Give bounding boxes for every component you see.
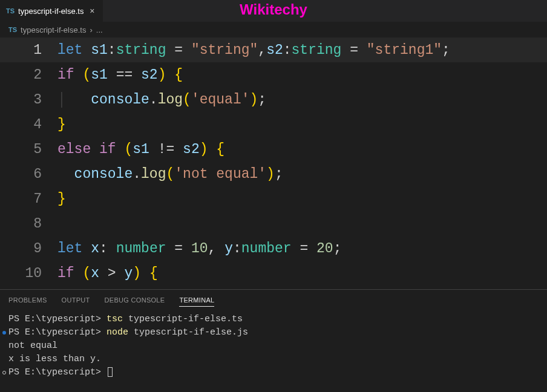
code-line: 8 [0,211,547,236]
terminal-content[interactable]: PS E:\typescript> tsc typescript-if-else… [0,310,547,382]
panel-tabs: PROBLEMS OUTPUT DEBUG CONSOLE TERMINAL [0,290,547,310]
breadcrumb-tail: ... [96,25,103,34]
terminal-line: PS E:\typescript> [8,366,539,379]
tab-problems[interactable]: PROBLEMS [8,294,47,306]
line-number: 9 [0,241,57,256]
code-line: 5 else if (s1 != s2) { [0,137,547,162]
dot-icon [2,371,6,374]
code-editor[interactable]: 1 let s1:string = "string",s2:string = "… [0,38,547,289]
typescript-icon: TS [6,7,15,15]
tab-terminal[interactable]: TERMINAL [179,294,214,307]
line-number: 2 [0,67,57,83]
terminal-line: PS E:\typescript> node typescript-if-els… [8,326,539,339]
line-number: 8 [0,216,57,232]
tab-debug-console[interactable]: DEBUG CONSOLE [105,294,165,306]
code-line: 4 } [0,112,547,137]
breadcrumb[interactable]: TS typescript-if-else.ts › ... [0,22,547,38]
line-number: 5 [0,142,57,157]
close-icon[interactable]: × [87,6,97,16]
chevron-right-icon: › [90,25,92,34]
typescript-icon: TS [8,26,17,33]
terminal-line: PS E:\typescript> tsc typescript-if-else… [8,313,539,326]
code-line: 10 if (x > y) { [0,261,547,286]
line-number: 3 [0,92,57,108]
tab-output[interactable]: OUTPUT [62,294,90,306]
line-number: 6 [0,166,57,182]
bottom-panel: PROBLEMS OUTPUT DEBUG CONSOLE TERMINAL P… [0,289,547,382]
terminal-line: not equal [8,339,539,353]
code-line: 3 │ console.log('equal'); [0,87,547,112]
tab-bar: TS typescript-if-else.ts × Wikitechy [0,0,547,22]
line-number: 10 [0,266,57,281]
line-number: 1 [0,42,57,58]
tab-filename: typescript-if-else.ts [18,7,84,16]
line-number: 7 [0,191,57,207]
code-line: 2 if (s1 == s2) { [0,62,547,87]
cursor-icon [108,367,113,377]
terminal-line: x is less than y. [8,353,539,366]
dot-icon [2,331,6,335]
code-line: 9 let x: number = 10, y:number = 20; [0,236,547,261]
code-line: 7 } [0,186,547,211]
code-line: 6 console.log('not equal'); [0,162,547,186]
tab-typescript-file[interactable]: TS typescript-if-else.ts × [0,0,103,22]
watermark-text: Wikitechy [240,1,307,18]
line-number: 4 [0,117,57,132]
breadcrumb-file: typescript-if-else.ts [21,25,86,34]
code-line: 1 let s1:string = "string",s2:string = "… [0,38,547,62]
